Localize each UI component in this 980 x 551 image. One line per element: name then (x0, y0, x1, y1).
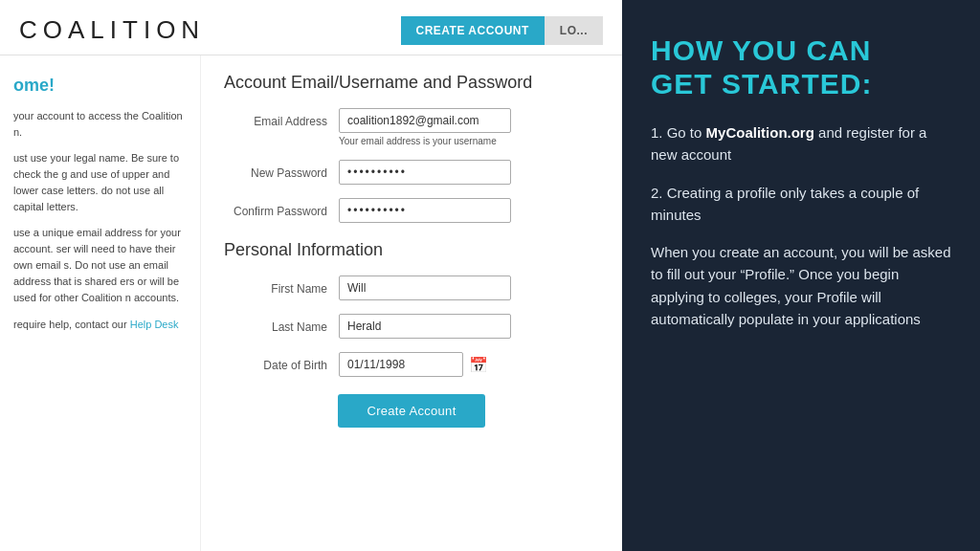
password-row: New Password (224, 160, 599, 185)
confirm-label: Confirm Password (224, 198, 339, 218)
welcome-text: ome! (13, 73, 187, 99)
account-section-title: Account Email/Username and Password (224, 73, 599, 93)
password-label: New Password (224, 160, 339, 180)
tabs: CREATE ACCOUNT LO... (401, 16, 604, 45)
dob-row: Date of Birth 📅 (224, 352, 599, 377)
logo: COALITION (19, 15, 205, 45)
first-name-input[interactable] (339, 276, 511, 300)
sidebar-para4: require help, contact our Help Desk (13, 317, 187, 333)
right-title-line1: HOW YOU CAN (651, 34, 871, 66)
email-row: Email Address Your email address is your… (224, 108, 599, 146)
tab-login[interactable]: LO... (545, 16, 603, 45)
email-field-wrap: Your email address is your username (339, 108, 511, 146)
help-desk-link[interactable]: Help Desk (130, 319, 179, 330)
right-panel-title: HOW YOU CAN GET STARTED: (651, 34, 951, 100)
welcome-label: ome! (13, 76, 55, 95)
last-name-label: Last Name (224, 314, 339, 334)
right-title-line2: GET STARTED: (651, 68, 872, 99)
header: COALITION CREATE ACCOUNT LO... (0, 0, 622, 55)
create-account-button[interactable]: Create Account (338, 394, 484, 428)
personal-section-title: Personal Information (224, 240, 599, 260)
first-name-field-wrap (339, 276, 511, 300)
last-name-row: Last Name (224, 314, 599, 339)
password-input[interactable] (339, 160, 511, 185)
tab-create-account[interactable]: CREATE ACCOUNT (401, 16, 545, 45)
step1-bold: MyCoalition.org (706, 124, 814, 141)
confirm-field-wrap (339, 198, 511, 223)
first-name-label: First Name (224, 276, 339, 296)
dob-field-wrap: 📅 (339, 352, 488, 377)
email-label: Email Address (224, 108, 339, 128)
form-area: Account Email/Username and Password Emai… (201, 55, 622, 551)
body-text: When you create an account, you will be … (651, 241, 951, 330)
sidebar-text: ome! your account to access the Coalitio… (0, 55, 201, 551)
content-area: ome! your account to access the Coalitio… (0, 55, 622, 551)
confirm-password-row: Confirm Password (224, 198, 599, 223)
personal-section: Personal Information First Name Last Nam… (224, 240, 599, 428)
sidebar-para2: ust use your legal name. Be sure to chec… (13, 150, 187, 215)
sidebar-para3: use a unique email address for your acco… (13, 225, 187, 306)
dob-input[interactable] (339, 352, 463, 377)
confirm-password-input[interactable] (339, 198, 511, 223)
first-name-row: First Name (224, 276, 599, 300)
step2-text: 2. Creating a profile only takes a coupl… (651, 182, 951, 227)
dob-label: Date of Birth (224, 352, 339, 372)
step1-text: 1. Go to MyCoalition.org and register fo… (651, 121, 951, 166)
email-input[interactable] (339, 108, 511, 133)
calendar-icon[interactable]: 📅 (469, 356, 488, 374)
dob-wrap: 📅 (339, 352, 488, 377)
sidebar-para1: your account to access the Coalition n. (13, 108, 187, 141)
password-field-wrap (339, 160, 511, 185)
last-name-input[interactable] (339, 314, 511, 339)
right-content: 1. Go to MyCoalition.org and register fo… (651, 121, 951, 345)
right-panel: HOW YOU CAN GET STARTED: 1. Go to MyCoal… (622, 0, 980, 551)
last-name-field-wrap (339, 314, 511, 339)
left-panel: COALITION CREATE ACCOUNT LO... ome! your… (0, 0, 622, 551)
email-hint: Your email address is your username (339, 136, 511, 146)
